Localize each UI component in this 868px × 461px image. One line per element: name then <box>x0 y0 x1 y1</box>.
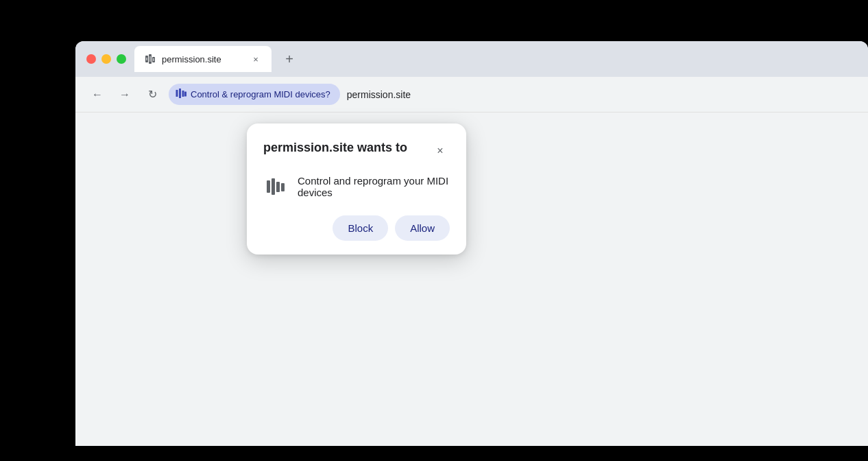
minimize-window-button[interactable] <box>101 54 111 64</box>
midi-permission-icon <box>176 88 186 101</box>
browser-window: permission.site × + ← → ↻ Control & repr… <box>75 41 868 446</box>
permission-pill-text: Control & reprogram MIDI devices? <box>191 89 330 99</box>
allow-button[interactable]: Allow <box>395 215 450 241</box>
svg-rect-10 <box>267 180 270 193</box>
svg-rect-12 <box>276 182 280 192</box>
svg-rect-8 <box>182 91 184 97</box>
dialog-header: permission.site wants to × <box>263 140 450 161</box>
back-button[interactable]: ← <box>86 84 108 106</box>
svg-rect-11 <box>272 178 275 195</box>
svg-rect-9 <box>184 92 186 97</box>
tab-favicon-icon <box>144 53 156 65</box>
maximize-window-button[interactable] <box>117 54 126 64</box>
address-bar-container: Control & reprogram MIDI devices? permis… <box>169 84 857 105</box>
toolbar: ← → ↻ Control & reprogram MIDI devices? … <box>75 77 868 113</box>
tab-title: permission.site <box>162 54 244 64</box>
reload-button[interactable]: ↻ <box>141 84 163 106</box>
address-text[interactable]: permission.site <box>347 89 411 100</box>
close-window-button[interactable] <box>86 54 96 64</box>
traffic-lights <box>86 54 126 64</box>
new-tab-button[interactable]: + <box>280 49 299 69</box>
permission-description: Control and reprogram your MIDI devices <box>298 175 450 198</box>
dialog-close-button[interactable]: × <box>431 141 450 161</box>
tab-close-button[interactable]: × <box>250 53 262 65</box>
dialog-title: permission.site wants to <box>263 140 407 156</box>
block-button[interactable]: Block <box>333 215 388 241</box>
svg-rect-13 <box>281 183 285 191</box>
forward-button[interactable]: → <box>114 84 136 106</box>
svg-rect-6 <box>176 90 178 97</box>
permission-dialog: permission.site wants to × Control and r… <box>247 123 466 255</box>
midi-icon <box>263 174 288 199</box>
title-bar: permission.site × + <box>75 41 868 77</box>
browser-tab[interactable]: permission.site × <box>134 46 272 72</box>
page-content: permission.site wants to × Control and r… <box>75 113 868 446</box>
dialog-permission-row: Control and reprogram your MIDI devices <box>263 174 450 199</box>
permission-pill[interactable]: Control & reprogram MIDI devices? <box>169 84 340 105</box>
svg-rect-7 <box>179 88 181 98</box>
dialog-actions: Block Allow <box>263 215 450 241</box>
